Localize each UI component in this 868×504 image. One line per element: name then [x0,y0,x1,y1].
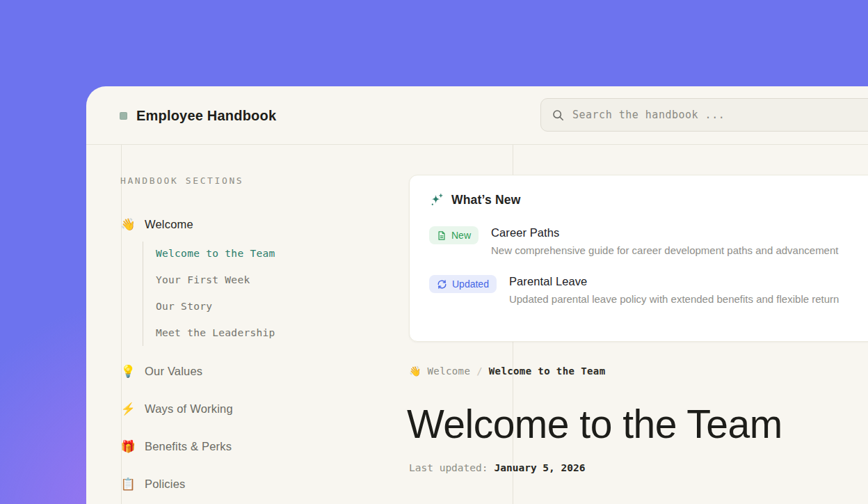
sidebar-subsection-rail [143,242,143,346]
last-updated-label: Last updated: [409,462,488,473]
whats-new-item-career-paths[interactable]: New Career Paths New comprehensive guide… [429,226,868,256]
sidebar-item-policies[interactable]: 📋 Policies [120,474,185,494]
whats-new-header: What’s New [429,193,868,207]
whats-new-item-title: Career Paths [491,226,838,239]
clipboard-emoji-icon: 📋 [120,478,136,490]
wave-emoji-icon: 👋 [409,365,421,377]
badge-label: Updated [452,278,489,290]
sidebar-item-label: Benefits & Perks [145,440,232,453]
refresh-icon [437,279,447,290]
sidebar-item-label: Our Values [145,365,202,378]
lightbulb-emoji-icon: 💡 [120,365,136,377]
search-bar[interactable] [540,98,868,132]
last-updated: Last updated: January 5, 2026 [409,462,585,473]
sidebar-item-welcome[interactable]: 👋 Welcome [120,214,193,234]
app-header: Employee Handbook [86,86,868,145]
sidebar-item-label: Policies [145,478,185,491]
new-badge: New [429,226,479,244]
wave-emoji-icon: 👋 [120,219,136,230]
breadcrumb-section-link[interactable]: Welcome [427,365,470,377]
sparkles-icon [429,193,444,207]
handbook-window: Employee Handbook HANDBOOK SECTIONS 👋 We… [86,86,868,504]
document-icon [437,230,447,241]
search-input[interactable] [572,109,868,121]
last-updated-value: January 5, 2026 [495,462,586,473]
sidebar-subitem-our-story[interactable]: Our Story [156,298,212,315]
sidebar-item-our-values[interactable]: 💡 Our Values [120,361,202,381]
search-icon [552,109,564,121]
lightning-emoji-icon: ⚡ [120,403,136,415]
whats-new-item-description: New comprehensive guide for career devel… [491,244,838,256]
sidebar-subitem-welcome-to-the-team[interactable]: Welcome to the Team [156,245,275,262]
badge-label: New [451,230,471,241]
whats-new-item-text: Career Paths New comprehensive guide for… [491,226,838,256]
breadcrumb-separator: / [476,365,482,377]
sidebar-item-label: Ways of Working [145,402,233,416]
sidebar-item-benefits-perks[interactable]: 🎁 Benefits & Perks [120,436,232,456]
whats-new-card: What’s New New Career Paths New comprehe… [409,175,868,342]
updated-badge: Updated [429,275,497,293]
whats-new-item-text: Parental Leave Updated parental leave po… [509,275,839,305]
page-title: Welcome to the Team [407,401,782,447]
sidebar-subitem-your-first-week[interactable]: Your First Week [156,271,250,288]
app-brand: Employee Handbook [120,86,276,145]
logo-square-icon [120,112,127,120]
whats-new-item-title: Parental Leave [509,275,839,288]
sidebar-item-ways-of-working[interactable]: ⚡ Ways of Working [120,399,233,418]
breadcrumb: 👋 Welcome / Welcome to the Team [409,365,605,377]
sidebar-section-label: HANDBOOK SECTIONS [120,175,243,186]
gift-emoji-icon: 🎁 [120,441,136,452]
sidebar-subitem-meet-the-leadership[interactable]: Meet the Leadership [156,324,275,341]
sidebar-item-label: Welcome [145,218,193,231]
app-title: Employee Handbook [136,108,276,124]
whats-new-title: What’s New [451,193,521,207]
whats-new-item-parental-leave[interactable]: Updated Parental Leave Updated parental … [429,275,868,305]
whats-new-item-description: Updated parental leave policy with exten… [509,293,839,305]
breadcrumb-current-page: Welcome to the Team [489,365,606,377]
